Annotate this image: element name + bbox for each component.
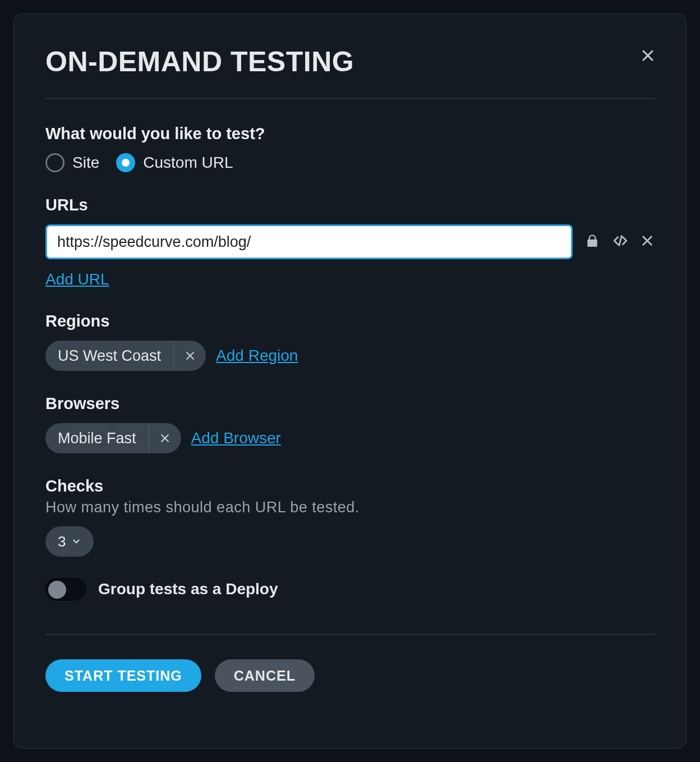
modal-header: ON-DEMAND TESTING: [45, 45, 655, 78]
radio-label: Custom URL: [143, 154, 233, 172]
remove-url-icon[interactable]: [641, 235, 653, 249]
checks-value: 3: [58, 533, 66, 550]
checks-section: Checks How many times should each URL be…: [45, 477, 655, 557]
close-icon[interactable]: [641, 49, 655, 62]
regions-section: Regions US West Coast Add Region: [45, 312, 655, 371]
code-icon[interactable]: [612, 233, 629, 250]
browsers-label: Browsers: [45, 394, 655, 413]
regions-label: Regions: [45, 312, 655, 330]
regions-chip-row: US West Coast Add Region: [45, 341, 655, 371]
checks-label: Checks: [45, 477, 655, 495]
lock-icon[interactable]: [585, 233, 600, 250]
modal-title: ON-DEMAND TESTING: [45, 45, 354, 78]
radio-indicator: [45, 153, 65, 172]
divider: [45, 98, 655, 99]
browser-chip-label: Mobile Fast: [45, 430, 149, 447]
test-target-radio-group: Site Custom URL: [45, 153, 655, 172]
browser-chip: Mobile Fast: [45, 423, 181, 453]
url-input[interactable]: [45, 224, 573, 259]
test-target-section: What would you like to test? Site Custom…: [45, 125, 655, 172]
divider: [45, 634, 655, 635]
checks-select[interactable]: 3: [45, 526, 94, 557]
remove-browser-icon[interactable]: [149, 423, 181, 453]
radio-label: Site: [72, 154, 99, 172]
urls-section: URLs Add URL: [45, 196, 655, 288]
add-url-link[interactable]: Add URL: [45, 270, 109, 288]
radio-site[interactable]: Site: [45, 153, 99, 172]
checks-hint: How many times should each URL be tested…: [45, 499, 655, 516]
chevron-down-icon: [71, 533, 81, 550]
url-row-actions: [585, 233, 653, 250]
toggle-knob: [48, 581, 66, 599]
cancel-button[interactable]: CANCEL: [215, 659, 315, 692]
start-testing-button[interactable]: START TESTING: [45, 659, 201, 692]
radio-indicator-selected: [116, 153, 135, 172]
remove-region-icon[interactable]: [173, 341, 206, 371]
region-chip: US West Coast: [45, 341, 206, 371]
svg-line-2: [619, 236, 621, 245]
add-region-link[interactable]: Add Region: [216, 347, 298, 365]
region-chip-label: US West Coast: [45, 347, 173, 365]
test-target-label: What would you like to test?: [45, 125, 655, 143]
add-browser-link[interactable]: Add Browser: [191, 429, 281, 447]
radio-custom-url[interactable]: Custom URL: [116, 153, 233, 172]
url-row: [45, 224, 655, 259]
urls-label: URLs: [45, 196, 655, 214]
group-deploy-row: Group tests as a Deploy: [45, 578, 655, 600]
modal-footer: START TESTING CANCEL: [45, 659, 655, 692]
browsers-section: Browsers Mobile Fast Add Browser: [45, 394, 655, 453]
on-demand-testing-modal: ON-DEMAND TESTING What would you like to…: [13, 13, 687, 749]
group-deploy-label: Group tests as a Deploy: [98, 580, 278, 598]
browsers-chip-row: Mobile Fast Add Browser: [45, 423, 655, 453]
group-deploy-toggle[interactable]: [45, 578, 86, 600]
